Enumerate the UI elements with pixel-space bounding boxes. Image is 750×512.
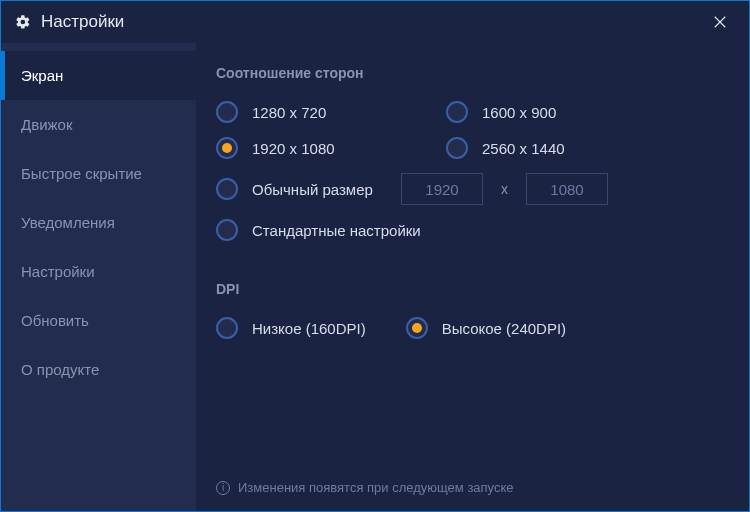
sidebar-item-label: Настройки — [21, 263, 95, 280]
sidebar-item-about[interactable]: О продукте — [1, 345, 196, 394]
notice-text: Изменения появятся при следующем запуске — [238, 480, 514, 495]
sidebar-item-label: Быстрое скрытие — [21, 165, 142, 182]
gear-icon — [15, 14, 31, 30]
aspect-option-1280x720[interactable]: 1280 x 720 — [216, 101, 446, 123]
radio-label: 2560 x 1440 — [482, 140, 565, 157]
sidebar-item-label: Обновить — [21, 312, 89, 329]
radio-label: Высокое (240DPI) — [442, 320, 566, 337]
close-button[interactable] — [705, 7, 735, 37]
sidebar-item-label: Движок — [21, 116, 72, 133]
radio-icon[interactable] — [446, 101, 468, 123]
radio-icon[interactable] — [216, 137, 238, 159]
custom-height-input[interactable] — [526, 173, 608, 205]
sidebar-item-update[interactable]: Обновить — [1, 296, 196, 345]
sidebar-item-engine[interactable]: Движок — [1, 100, 196, 149]
window-title: Настройки — [41, 12, 705, 32]
radio-icon[interactable] — [216, 317, 238, 339]
dpi-option-high[interactable]: Высокое (240DPI) — [406, 317, 566, 339]
aspect-option-default[interactable]: Стандартные настройки — [216, 219, 727, 241]
aspect-option-custom: Обычный размер x — [216, 173, 727, 205]
radio-icon[interactable] — [216, 101, 238, 123]
dimension-separator: x — [501, 181, 508, 197]
sidebar-item-notifications[interactable]: Уведомления — [1, 198, 196, 247]
radio-label: 1600 x 900 — [482, 104, 556, 121]
sidebar: Экран Движок Быстрое скрытие Уведомления… — [1, 43, 196, 512]
content-pane: Соотношение сторон 1280 x 720 1600 x 900… — [196, 43, 749, 512]
radio-label: Низкое (160DPI) — [252, 320, 366, 337]
titlebar: Настройки — [1, 1, 749, 43]
dpi-option-low[interactable]: Низкое (160DPI) — [216, 317, 366, 339]
sidebar-item-label: Уведомления — [21, 214, 115, 231]
radio-icon[interactable] — [406, 317, 428, 339]
radio-icon[interactable] — [216, 219, 238, 241]
radio-label: 1280 x 720 — [252, 104, 326, 121]
sidebar-item-label: Экран — [21, 67, 63, 84]
aspect-option-1920x1080[interactable]: 1920 x 1080 — [216, 137, 446, 159]
custom-width-input[interactable] — [401, 173, 483, 205]
dpi-section-title: DPI — [216, 281, 727, 297]
radio-label: Обычный размер — [252, 181, 387, 198]
radio-icon[interactable] — [216, 178, 238, 200]
sidebar-item-settings[interactable]: Настройки — [1, 247, 196, 296]
radio-label: 1920 x 1080 — [252, 140, 335, 157]
sidebar-item-screen[interactable]: Экран — [1, 51, 196, 100]
aspect-section-title: Соотношение сторон — [216, 65, 727, 81]
sidebar-item-quickhide[interactable]: Быстрое скрытие — [1, 149, 196, 198]
aspect-option-1600x900[interactable]: 1600 x 900 — [446, 101, 676, 123]
sidebar-item-label: О продукте — [21, 361, 99, 378]
radio-icon[interactable] — [446, 137, 468, 159]
info-icon: i — [216, 481, 230, 495]
aspect-option-2560x1440[interactable]: 2560 x 1440 — [446, 137, 676, 159]
radio-label: Стандартные настройки — [252, 222, 421, 239]
restart-notice: i Изменения появятся при следующем запус… — [216, 480, 514, 495]
